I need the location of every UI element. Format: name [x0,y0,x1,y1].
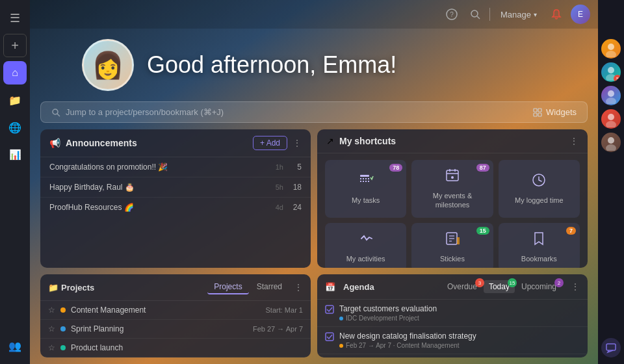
svg-point-30 [608,90,614,97]
user-profile-avatar[interactable]: 👩 [82,39,134,91]
content-grid: 📢 Announcements + Add ⋮ Congratulations … [30,123,598,274]
svg-rect-10 [360,175,369,177]
rs-badge: 5 [614,75,621,82]
widgets-button[interactable]: Widgets [533,107,577,117]
svg-rect-7 [538,109,541,112]
search-icon[interactable] [466,5,484,23]
top-navbar: ? Manage ▾ E [30,0,598,29]
sidebar-item-globe[interactable]: 🌐 [3,116,27,139]
main-content: ? Manage ▾ E 👩 Good afternoon, Emma! Jum… [30,0,598,364]
sidebar-item-menu[interactable]: ☰ [3,6,27,30]
project-row[interactable]: ☆ Sprint Planning Feb 27 → Apr 7 [40,320,311,339]
project-row[interactable]: ☆ Product launch [40,339,311,358]
shortcut-my-tasks[interactable]: 78 My tasks [325,160,406,218]
project-color-dot [339,344,343,348]
agenda-item[interactable]: New design catalog finalisation strategy… [317,327,588,354]
stickies-badge: 15 [476,227,489,235]
rs-avatar[interactable] [601,39,621,58]
agenda-project: IDC Development Project [339,315,580,322]
svg-point-31 [606,98,616,104]
rs-avatar[interactable] [601,133,621,152]
agenda-calendar-icon: 📅 [325,282,335,292]
shortcut-events[interactable]: 87 My events &milestones [411,160,493,218]
announcements-more-icon[interactable]: ⋮ [292,138,302,148]
notification-icon[interactable] [547,5,566,23]
star-icon[interactable]: ☆ [48,324,55,333]
sidebar-item-team[interactable]: 👥 [3,334,27,358]
sidebar-item-projects[interactable]: 📁 [3,88,27,112]
svg-point-32 [608,114,614,120]
announcement-time: 5h [276,183,283,191]
shortcut-activities[interactable]: My activities [325,223,406,268]
add-announcement-button[interactable]: + Add [253,136,287,150]
rs-avatar[interactable] [601,109,621,129]
agenda-task-title: New design catalog finalisation strategy [339,332,580,341]
announcement-count: 18 [289,183,302,192]
left-sidebar: ☰ + ⌂ 📁 🌐 📊 👥 [0,0,30,364]
shortcuts-more-icon[interactable]: ⋮ [569,136,578,146]
announcements-card: 📢 Announcements + Add ⋮ Congratulations … [40,129,311,268]
shortcut-stickies[interactable]: 15 Stickies [411,223,493,268]
svg-point-2 [471,10,478,17]
sidebar-item-home[interactable]: ⌂ [3,61,27,84]
bottom-grid: 📁 Projects Projects Starred ⋮ ☆ Content … [30,274,598,364]
agenda-item[interactable]: Target customers evaluation IDC Developm… [317,300,588,327]
bookmarks-label: Bookmarks [521,254,557,263]
announcement-item[interactable]: Happy Birthday, Raul 🎂 5h 18 [40,177,311,198]
activities-label: My activities [346,254,385,263]
project-dot [60,326,66,332]
announcement-text: ProofHub Resources 🌈 [49,203,270,212]
agenda-more-icon[interactable]: ⋮ [571,281,580,292]
manage-button[interactable]: Manage ▾ [495,7,542,22]
shortcut-bookmarks[interactable]: 7 Bookmarks [499,223,580,268]
search-bar[interactable]: Jump to a project/person/bookmark (⌘+J) … [40,101,588,123]
announcement-text: Happy Birthday, Raul 🎂 [49,183,270,192]
agenda-header: 📅 Agenda Overdue 3 Today 15 Upcoming 2 [317,274,588,300]
shortcuts-icon: ↗ [326,136,334,146]
svg-point-26 [608,44,614,50]
agenda-task-content: New design catalog finalisation strategy… [339,332,580,349]
sidebar-item-charts[interactable]: 📊 [3,143,27,166]
announcement-item[interactable]: Congratulations on promotion!! 🎉 1h 5 [40,157,311,177]
chevron-down-icon: ▾ [534,11,537,18]
sidebar-item-add[interactable]: + [3,34,27,57]
tab-starred[interactable]: Starred [250,280,289,294]
project-name: Content Management [71,306,261,315]
user-avatar[interactable]: E [571,5,590,24]
search-bar-icon [51,108,60,117]
tab-today[interactable]: Today 15 [484,280,515,293]
projects-tabs: Projects Starred [207,280,289,294]
rs-avatar[interactable] [601,86,621,105]
bookmarks-badge: 7 [566,227,576,235]
announcement-item[interactable]: ProofHub Resources 🌈 4d 24 [40,198,311,217]
projects-header: 📁 Projects Projects Starred ⋮ [40,274,311,301]
project-row[interactable]: ☆ Content Management Start: Mar 1 [40,301,311,320]
activities-icon [358,231,374,250]
tab-overdue[interactable]: Overdue 3 [442,280,482,293]
svg-rect-36 [606,344,616,350]
rs-avatar[interactable]: 5 [601,62,621,82]
logged-time-label: My logged time [515,196,564,205]
project-dot [60,345,66,350]
manage-label: Manage [500,10,531,20]
help-icon[interactable]: ? [443,5,461,23]
tab-projects[interactable]: Projects [207,280,248,294]
svg-line-5 [57,114,60,116]
agenda-tabs: Overdue 3 Today 15 Upcoming 2 [442,280,562,293]
chat-icon[interactable] [601,338,621,358]
navbar-divider [489,8,490,21]
greeting-prefix: Good afternoon, [147,51,322,78]
logged-time-icon [531,172,547,192]
svg-point-34 [608,137,614,144]
star-icon[interactable]: ☆ [48,343,55,352]
star-icon[interactable]: ☆ [48,306,55,315]
projects-folder-icon: 📁 [48,283,58,292]
projects-more-icon[interactable]: ⋮ [294,282,303,292]
bookmarks-icon [531,231,547,250]
project-name: Product launch [71,343,298,352]
project-label: Feb 27 → Apr 7 · Content Management [346,342,460,349]
tab-upcoming[interactable]: Upcoming 2 [516,280,562,293]
shortcuts-card: ↗ My shortcuts ⋮ 78 My tasks 87 M [317,129,588,268]
shortcut-logged-time[interactable]: My logged time [499,160,580,218]
announcements-icon: 📢 [49,138,60,148]
